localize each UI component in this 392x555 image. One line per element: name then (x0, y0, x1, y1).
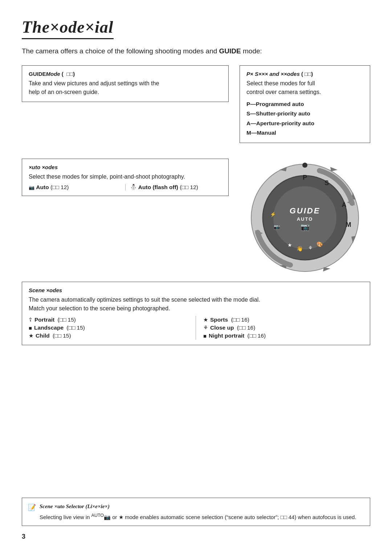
svg-text:A: A (342, 201, 347, 208)
mode-dial-container: GUIDE AUTO 📷 P S A M ★ 👋 (240, 160, 370, 276)
sports-icon: ★ (203, 317, 208, 323)
auto-item-flash-off: ⛄ Auto (flash off) (□□ 12) (126, 184, 222, 191)
page: The×ode×ial The camera offers a choice o… (0, 0, 392, 555)
scene-item-child: ★ Child (□□ 15) (29, 332, 188, 340)
note-box: 📝 Scene ×uto Selector (Li×e×ie×) Selecti… (22, 498, 370, 526)
page-number: 3 (22, 533, 25, 540)
note-icon: 📝 (28, 503, 36, 513)
upper-left: GUIDEMode ( □□) Take and view pictures a… (22, 65, 229, 276)
scene-left-col: ☦ Portrait (□□ 15) ■ Landscape (□□ 15) ★… (29, 316, 196, 340)
auto-box-title: ×uto ×odes (29, 164, 222, 170)
auto-items-list: 📷 Auto (□□ 12) ⛄ Auto (flash off) (□□ 12… (29, 184, 222, 191)
scene-grid: ☦ Portrait (□□ 15) ■ Landscape (□□ 15) ★… (29, 316, 363, 340)
svg-text:🎨: 🎨 (317, 241, 323, 248)
svg-text:📷: 📷 (301, 223, 310, 231)
intro-text: The camera offers a choice of the follow… (22, 47, 370, 55)
guide-box-body: Take and view pictures and adjust settin… (29, 79, 222, 97)
note-content: Scene ×uto Selector (Li×e×ie×) Selecting… (40, 502, 356, 521)
auto-box-body: Select these modes for simple, point-and… (29, 172, 222, 181)
svg-text:⚡: ⚡ (270, 211, 276, 217)
scene-item-closeup: ⚘ Close up (□□ 16) (203, 324, 363, 332)
psam-box-body: Select these modes for full control over… (246, 79, 363, 138)
guide-title-text: GUIDEMode ( □□) (29, 71, 75, 77)
scene-item-landscape: ■ Landscape (□□ 15) (29, 324, 188, 332)
guide-mode-box: GUIDEMode ( □□) Take and view pictures a… (22, 65, 229, 102)
scene-item-sports: ★ Sports (□□ 16) (203, 316, 363, 324)
svg-text:⚘: ⚘ (308, 245, 313, 251)
auto-item-auto: 📷 Auto (□□ 12) (29, 184, 126, 191)
note-title: Scene ×uto Selector (Li×e×ie×) (40, 502, 356, 511)
upper-area: GUIDEMode ( □□) Take and view pictures a… (22, 65, 370, 276)
svg-text:P: P (303, 174, 307, 181)
scene-item-nightportrait: ■ Night portrait (□□ 16) (203, 332, 363, 340)
mode-m: M—Manual (246, 128, 363, 138)
closeup-icon: ⚘ (203, 325, 208, 331)
child-icon: ★ (29, 332, 33, 339)
svg-text:AUTO: AUTO (297, 216, 313, 222)
psam-box-title: P× S××× and ××odes ( □□) (246, 71, 363, 77)
note-body: Selecting live view in AUTO📷 or ★ mode e… (40, 512, 356, 522)
mode-p: P—Programmed auto (246, 99, 363, 109)
svg-text:GUIDE: GUIDE (290, 206, 320, 215)
scene-modes-box: Scene ×odes The camera automatically opt… (22, 282, 370, 345)
svg-text:S: S (324, 179, 329, 187)
auto-camera-icon: 📷 (29, 185, 34, 190)
svg-text:★: ★ (287, 242, 292, 248)
portrait-icon: ☦ (29, 317, 32, 323)
scene-box-title: Scene ×odes (29, 287, 363, 293)
scene-box-body: The camera automatically optimizes setti… (29, 295, 363, 313)
nightportrait-icon: ■ (203, 333, 207, 339)
flash-off-icon: ⛄ (130, 184, 137, 190)
mode-s: S—Shutter-priority auto (246, 109, 363, 118)
upper-right: P× S××× and ××odes ( □□) Select these mo… (240, 65, 370, 276)
auto-modes-box: ×uto ×odes Select these modes for simple… (22, 159, 229, 196)
scene-right-col: ★ Sports (□□ 16) ⚘ Close up (□□ 16) ■ Ni… (196, 316, 363, 340)
full-width-area: Scene ×odes The camera automatically opt… (22, 282, 370, 345)
psam-mode-list: P—Programmed auto S—Shutter-priority aut… (246, 99, 363, 138)
svg-text:M: M (346, 221, 351, 228)
svg-point-18 (302, 163, 307, 168)
psam-modes-box: P× S××× and ××odes ( □□) Select these mo… (240, 65, 370, 143)
guide-box-title: GUIDEMode ( □□) (29, 71, 222, 77)
mode-a: A—Aperture-priority auto (246, 119, 363, 128)
page-title: The×ode×ial (22, 17, 114, 39)
scene-item-portrait: ☦ Portrait (□□ 15) (29, 316, 188, 324)
mode-dial-svg: GUIDE AUTO 📷 P S A M ★ 👋 (247, 160, 363, 276)
landscape-icon: ■ (29, 325, 32, 331)
svg-text:👋: 👋 (297, 246, 303, 252)
svg-text:📷: 📷 (274, 224, 280, 230)
